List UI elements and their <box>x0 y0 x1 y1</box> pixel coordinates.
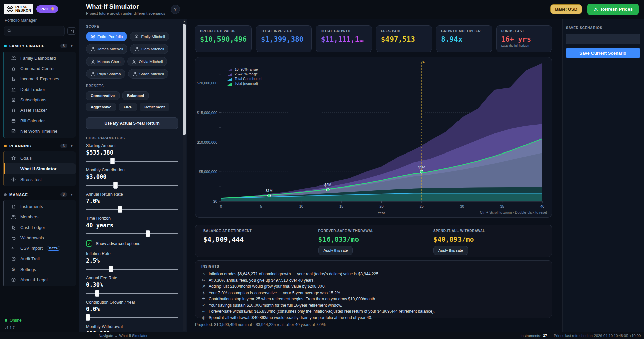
slider-thumb[interactable] <box>118 206 122 213</box>
use-actual-return-button[interactable]: Use My Actual 5-Year Return <box>86 117 178 129</box>
sidebar-item-net-worth-timeline[interactable]: Net Worth Timeline <box>4 126 76 136</box>
scope-pill-label: Entire Portfolio <box>97 35 123 39</box>
checkbox-checked-icon[interactable]: ✓ <box>86 240 92 247</box>
slider-thumb[interactable] <box>113 182 118 189</box>
save-scenario-button[interactable]: Save Current Scenario <box>566 48 640 58</box>
insights-card: INSIGHTS ⌂Inflation erodes $6,646,271 of… <box>195 260 552 318</box>
insight-icon: ⌂ <box>201 271 206 277</box>
sidebar-item-csv-import[interactable]: CSV ImportBETA <box>4 243 76 253</box>
apply-rate-button[interactable]: Apply this rate <box>318 246 353 255</box>
scenario-name-input[interactable] <box>566 34 640 44</box>
scrollbar-up-icon[interactable]: ▲ <box>183 20 186 23</box>
param-label: Annual Return Rate <box>86 192 178 197</box>
slider-thumb[interactable] <box>95 290 99 297</box>
page-subtitle: Project future growth under different sc… <box>86 11 165 15</box>
scope-pill-liam-mitchell[interactable]: Liam Mitchell <box>130 44 168 54</box>
base-currency-pill[interactable]: Base: USD <box>550 4 582 14</box>
sidebar-item-cash-ledger[interactable]: Cash Ledger <box>4 222 76 233</box>
instruments-label: Instruments: <box>520 334 541 338</box>
section-dot <box>4 145 7 147</box>
status-bar: Navigate → What-If Simulator Instruments… <box>0 332 644 339</box>
legend-swatch-icon <box>227 82 232 86</box>
sidebar-item-audit-trail[interactable]: Audit Trail <box>4 253 76 264</box>
sidebar-item-settings[interactable]: ⚙Settings <box>4 264 76 275</box>
insights-title: INSIGHTS <box>201 265 546 268</box>
sidebar-item-label: Settings <box>20 267 36 272</box>
sidebar-item-command-center[interactable]: Command Center <box>4 63 76 74</box>
legend-swatch-icon <box>227 73 232 76</box>
slider-thumb[interactable] <box>110 158 115 164</box>
slider-thumb[interactable] <box>86 314 90 321</box>
sidebar-item-goals[interactable]: Goals <box>4 153 76 163</box>
preset-chip-aggressive[interactable]: Aggressive <box>86 103 116 111</box>
main-content: PROJECTED VALUE$10,590,496TOTAL INVESTED… <box>187 19 562 332</box>
sidebar-item-members[interactable]: Members <box>4 212 76 222</box>
refresh-prices-button[interactable]: ⚠ Refresh Prices <box>587 4 639 15</box>
base-label: Base: <box>555 7 567 12</box>
help-button[interactable]: ? <box>171 5 180 14</box>
refresh-label: Refresh Prices <box>601 7 633 12</box>
preset-chip-balanced[interactable]: Balanced <box>122 91 149 100</box>
sidebar-item-family-dashboard[interactable]: Family Dashboard <box>4 53 76 63</box>
slider-thumb[interactable] <box>146 230 150 237</box>
scope-pill-olivia-mitchell[interactable]: Olivia Mitchell <box>127 57 167 66</box>
sidebar-item-what-if-simulator[interactable]: ÷What-If Simulator <box>4 163 76 174</box>
scope-pill-entire-portfolio[interactable]: Entire Portfolio <box>86 32 127 41</box>
sidebar-item-debt-tracker[interactable]: Debt Tracker <box>4 84 76 95</box>
saved-scenarios-label: SAVED SCENARIOS <box>566 26 640 30</box>
preset-chip-fire[interactable]: FIRE <box>119 103 137 111</box>
scope-pill-james-mitchell[interactable]: James Mitchell <box>86 44 127 54</box>
sidebar-section-header[interactable]: PLANNING3▼ <box>0 141 79 151</box>
param-slider[interactable] <box>86 183 178 188</box>
sidebar-item-withdrawals[interactable]: Withdrawals <box>4 233 76 243</box>
stats-row: PROJECTED VALUE$10,590,496TOTAL INVESTED… <box>195 25 552 52</box>
person-icon <box>132 71 137 76</box>
section-label: MANAGE <box>9 193 58 197</box>
sidebar-item-income-expenses[interactable]: Income & Expenses <box>4 74 76 84</box>
svg-text:10: 10 <box>299 204 303 208</box>
sidebar-item-label: Debt Tracker <box>20 87 45 92</box>
param-label: Time Horizon <box>86 216 178 221</box>
advanced-options-toggle[interactable]: ✓ Show advanced options <box>86 240 178 247</box>
param-slider[interactable] <box>86 291 178 296</box>
param-slider[interactable] <box>86 315 178 320</box>
params-scrollbar[interactable]: ▲ <box>183 19 186 331</box>
person-icon <box>134 34 139 39</box>
projection-chart[interactable]: 10–90% range25–75% rangeTotal Contribute… <box>195 57 552 218</box>
withdrawal-summary-card: BALANCE AT RETIREMENT$4,809,444FOREVER-S… <box>195 225 552 257</box>
scope-pill-emily-mitchell[interactable]: Emily Mitchell <box>130 32 169 41</box>
scope-pill-priya-sharma[interactable]: Priya Sharma <box>86 69 125 79</box>
core-parameters-label: CORE PARAMETERS <box>86 136 178 140</box>
scope-section-label: SCOPE <box>86 25 178 28</box>
sidebar-section-header[interactable]: MANAGE8▼ <box>0 190 79 199</box>
scrollbar-thumb[interactable] <box>183 24 186 135</box>
search-input[interactable] <box>4 26 65 36</box>
param-slider[interactable] <box>86 159 178 163</box>
preset-chip-retirement[interactable]: Retirement <box>140 103 169 111</box>
sidebar-item-subscriptions[interactable]: Subscriptions <box>4 95 76 105</box>
preset-chip-conservative[interactable]: Conservative <box>86 91 120 100</box>
users-icon <box>11 56 16 61</box>
param-slider[interactable] <box>86 207 178 212</box>
sidebar-item-instruments[interactable]: Instruments <box>4 201 76 212</box>
scope-pill-marcus-chen[interactable]: Marcus Chen <box>86 57 125 66</box>
sidebar-item-about-legal[interactable]: About & Legal <box>4 275 76 285</box>
person-icon <box>90 46 95 52</box>
param-slider[interactable] <box>86 267 178 271</box>
svg-text:40: 40 <box>540 204 544 208</box>
sidebar-sections: FAMILY FINANCE8▼Family DashboardCommand … <box>0 41 79 286</box>
apply-rate-button[interactable]: Apply this rate <box>433 246 468 255</box>
sidebar-item-bill-calendar[interactable]: Bill Calendar <box>4 115 76 126</box>
scope-pill-sarah-mitchell[interactable]: Sarah Mitchell <box>128 69 168 79</box>
svg-text:$20,000,000: $20,000,000 <box>197 81 217 85</box>
sidebar-item-label: Asset Tracker <box>20 108 47 113</box>
sidebar-item-stress-test[interactable]: Stress Test <box>4 174 76 185</box>
param-label: Annual Fee Rate <box>86 276 178 280</box>
sidebar-item-asset-tracker[interactable]: Asset Tracker <box>4 105 76 115</box>
insight-icon: ✂ <box>201 277 206 284</box>
slider-thumb[interactable] <box>109 266 113 272</box>
insight-icon: ∞ <box>201 308 206 315</box>
sidebar-section-header[interactable]: FAMILY FINANCE8▼ <box>0 41 79 51</box>
sidebar-collapse-button[interactable] <box>67 27 76 35</box>
param-slider[interactable] <box>86 231 178 236</box>
